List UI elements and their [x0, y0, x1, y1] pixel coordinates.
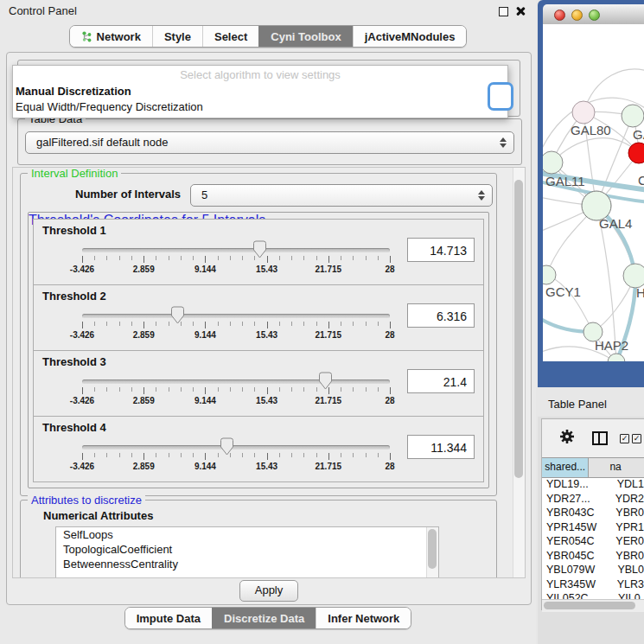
tick-mark [82, 453, 83, 460]
attribute-list-item[interactable]: SelfLoops [56, 527, 438, 542]
tick-mark [254, 387, 255, 392]
cell-name: YBL0 [612, 564, 644, 578]
threshold-value-field[interactable]: 11.344 [407, 435, 475, 459]
dropdown-hint-item: Select algorithm to view settings [13, 66, 507, 84]
table-row[interactable]: YIL052CYIL0 [542, 592, 644, 599]
tick-mark [218, 453, 219, 457]
tab-impute-data[interactable]: Impute Data [125, 608, 212, 628]
tick-label: 28 [385, 396, 394, 405]
scrollbar-thumb[interactable] [428, 529, 437, 569]
table-row[interactable]: YBR043CYBR0 [542, 507, 644, 521]
threshold-value-field[interactable]: 21.4 [407, 369, 475, 393]
network-window-titlebar[interactable] [543, 4, 644, 25]
apply-button[interactable]: Apply [239, 580, 298, 602]
zoom-green-icon[interactable] [589, 10, 600, 21]
tick-label: 15.43 [256, 462, 277, 471]
network-icon [81, 30, 92, 42]
tick-mark [316, 256, 317, 260]
threshold-label: Threshold 3 [42, 355, 106, 368]
threshold-value-field[interactable]: 14.713 [407, 238, 475, 262]
tick-mark [119, 322, 120, 326]
tick-mark [156, 387, 156, 392]
column-header-shared-name[interactable]: shared... [542, 458, 589, 477]
table-body: YDL19...YDL1YDR27...YDR2YBR043CYBR0YPR14… [542, 478, 644, 599]
tick-mark [291, 256, 292, 260]
close-icon[interactable] [515, 6, 526, 16]
scrollbar-thumb[interactable] [514, 180, 523, 478]
thresholds-group: Threshold's Coordinates for 5 Intervals … [28, 212, 489, 488]
checkbox-icon[interactable]: ✓ [632, 434, 641, 443]
tick-mark [119, 453, 120, 457]
split-view-icon[interactable] [592, 431, 608, 445]
tick-mark [169, 256, 169, 260]
table-row[interactable]: YDL19...YDL1 [542, 478, 644, 493]
tick-mark [169, 453, 169, 457]
network-canvas[interactable]: GAL80 GA GAL11 C GAL4 GCY1 H HAP2 [543, 24, 644, 361]
number-of-intervals-combobox[interactable]: 5 [190, 184, 493, 207]
stepper-arrows-icon [500, 137, 507, 148]
tick-mark [82, 322, 83, 328]
horizontal-scrollbar[interactable] [542, 599, 644, 612]
checkbox-icon[interactable]: ✓ [620, 434, 629, 443]
table-row[interactable]: YBR045CYBR0 [542, 550, 644, 564]
column-header-name[interactable]: na [589, 458, 644, 477]
slider-track[interactable] [82, 314, 390, 318]
tick-mark [94, 453, 95, 457]
slider-track[interactable] [82, 379, 390, 384]
close-red-icon[interactable] [554, 10, 565, 21]
dropdown-option-equal-width-frequency[interactable]: Equal Width/Frequency Discretization [13, 99, 507, 115]
float-icon[interactable] [499, 7, 508, 16]
tab-label: Cyni Toolbox [271, 30, 341, 43]
tick-mark [291, 453, 292, 457]
tick-mark [291, 322, 292, 326]
tick-mark [303, 387, 304, 392]
tick-label: 28 [385, 462, 394, 471]
scrollbar-thumb[interactable] [544, 602, 635, 609]
attribute-list-item[interactable]: BetweennessCentrality [56, 557, 438, 571]
list-scrollbar[interactable] [426, 527, 438, 578]
gear-icon[interactable] [559, 429, 575, 444]
table-row[interactable]: YDR27...YDR2 [542, 493, 644, 507]
tab-discretize-data[interactable]: Discretize Data [212, 608, 316, 628]
tick-mark [390, 322, 391, 328]
algorithm-combobox-focus-ring[interactable] [488, 82, 513, 111]
table-row[interactable]: YPR145WYPR1 [542, 521, 644, 536]
tick-mark [143, 256, 144, 263]
tab-network[interactable]: Network [70, 26, 152, 47]
tab-infer-network[interactable]: Infer Network [316, 608, 411, 628]
tick-label: -3.426 [70, 265, 94, 274]
slider-track[interactable] [82, 248, 390, 252]
tick-mark [106, 387, 107, 392]
tab-jactivemnodules[interactable]: jActiveMNodules [353, 26, 467, 47]
table-row[interactable]: YER054CYER0 [542, 535, 644, 550]
tick-label: 28 [385, 330, 394, 340]
attribute-list-item[interactable]: TopologicalCoefficient [56, 542, 438, 557]
tick-mark [143, 453, 144, 460]
threshold-list: Threshold 1 -3.4262.8599.14415.4321.7152… [33, 220, 484, 482]
tab-group: Impute DataDiscretize DataInfer Network [124, 607, 412, 629]
tick-mark [82, 387, 83, 394]
node-right [623, 264, 644, 288]
tick-mark [390, 453, 391, 460]
panel-title: Table Panel [548, 394, 607, 415]
tab-label: Discretize Data [224, 612, 304, 625]
tick-mark [94, 256, 95, 260]
bottom-tab-bar: Impute DataDiscretize DataInfer Network [0, 606, 536, 630]
threshold-value-field[interactable]: 6.316 [407, 303, 475, 328]
tab-select[interactable]: Select [202, 26, 258, 47]
tab-cyni-toolbox[interactable]: Cyni Toolbox [258, 26, 352, 47]
table-row[interactable]: YBL079WYBL0 [542, 564, 644, 578]
minimize-yellow-icon[interactable] [571, 10, 583, 21]
slider-tick-labels: -3.4262.8599.14415.4321.71528 [82, 265, 390, 276]
slider-track[interactable] [82, 445, 390, 450]
dropdown-option-manual-discretization[interactable]: Manual Discretization [13, 84, 507, 99]
tick-mark [242, 256, 243, 260]
tick-mark [205, 387, 206, 394]
tick-mark [303, 256, 304, 260]
table-row[interactable]: YLR345WYLR3 [542, 578, 644, 593]
table-data-combobox[interactable]: galFiltered.sif default node [25, 131, 514, 154]
tick-mark [119, 387, 120, 392]
tab-style[interactable]: Style [152, 26, 202, 47]
main-vertical-scrollbar[interactable] [513, 168, 525, 577]
tab-label: Style [164, 30, 191, 43]
